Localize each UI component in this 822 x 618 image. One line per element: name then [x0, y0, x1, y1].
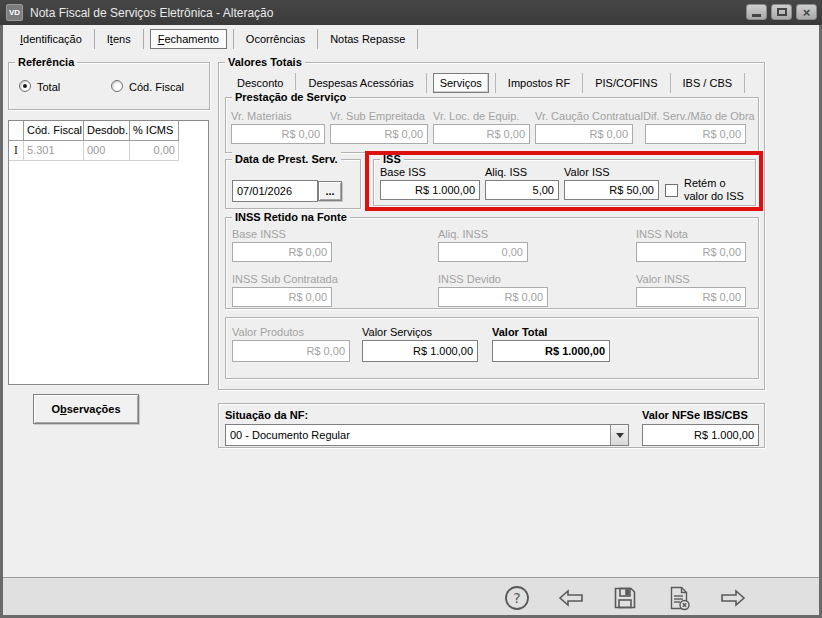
- radio-cod-fiscal[interactable]: [111, 80, 123, 92]
- valor-iss-field[interactable]: R$ 50,00: [564, 180, 659, 200]
- retem-iss-checkbox[interactable]: [665, 184, 678, 197]
- table-row[interactable]: I 5.301 000 0,00: [9, 141, 208, 161]
- group-iss: ISS Base ISS Aliq. ISS Valor ISS R$ 1.00…: [373, 159, 756, 206]
- base-iss-field[interactable]: R$ 1.000,00: [380, 180, 480, 200]
- radio-total-label: Total: [37, 81, 60, 93]
- tab-fechamento[interactable]: Fechamento: [150, 29, 227, 49]
- aliq-iss-label: Aliq. ISS: [485, 166, 527, 178]
- observacoes-button[interactable]: Observações: [33, 394, 139, 424]
- date-picker-button[interactable]: ...: [318, 181, 342, 201]
- previous-button[interactable]: [557, 584, 585, 612]
- inss-devido-label: INSS Devido: [438, 273, 501, 285]
- maximize-button[interactable]: [771, 4, 792, 20]
- valor-iss-label: Valor ISS: [564, 166, 610, 178]
- close-button[interactable]: ×: [796, 4, 817, 20]
- retem-iss-label-line1: Retém o: [684, 177, 726, 189]
- tab-identificacao[interactable]: Identificação: [8, 29, 94, 49]
- subtab-ibs-cbs[interactable]: IBS / CBS: [671, 74, 745, 92]
- subtab-servicos[interactable]: Serviços: [433, 73, 489, 93]
- titlebar: VD Nota Fiscal de Serviços Eletrônica - …: [0, 0, 822, 25]
- window-border-left: [0, 25, 3, 618]
- svg-text:?: ?: [513, 590, 520, 606]
- grid-header-indicator: [9, 121, 24, 141]
- valor-nfse-field[interactable]: R$ 1.000,00: [642, 424, 759, 446]
- radio-total[interactable]: [19, 80, 31, 92]
- group-valores-totais: Valores Totais Desconto Despesas Acessór…: [218, 62, 765, 390]
- vr-materiais-label: Vr. Materiais: [231, 110, 292, 122]
- grid-row-indicator: I: [9, 141, 24, 161]
- inss-sub-contratada-field: R$ 0,00: [232, 287, 332, 307]
- valor-inss-label: Valor INSS: [636, 273, 690, 285]
- inss-devido-field: R$ 0,00: [438, 287, 548, 307]
- base-inss-label: Base INSS: [232, 228, 286, 240]
- items-grid[interactable]: Cód. Fiscal Desdob. % ICMS I 5.301 000 0…: [8, 120, 209, 385]
- save-icon: [611, 584, 639, 612]
- cancel-document-icon: [665, 584, 693, 612]
- save-button[interactable]: [611, 584, 639, 612]
- vr-loc-equip-field: R$ 0,00: [433, 124, 530, 144]
- panel-totais: Valor Produtos Valor Serviços Valor Tota…: [225, 317, 759, 379]
- tab-ocorrencias[interactable]: Ocorrências: [234, 29, 317, 49]
- minimize-button[interactable]: [746, 4, 767, 20]
- retem-iss-label-line2: valor do ISS: [684, 190, 744, 202]
- aliq-iss-field[interactable]: 5,00: [485, 180, 559, 200]
- valor-total-label: Valor Total: [492, 326, 547, 338]
- vr-caucao-contratual-field: R$ 0,00: [535, 124, 633, 144]
- tab-notas-repasse[interactable]: Notas Repasse: [318, 29, 417, 49]
- grid-header-icms: % ICMS: [130, 121, 179, 141]
- bottom-toolbar: [3, 578, 819, 615]
- group-inss: INSS Retido na Fonte Base INSS Aliq. INS…: [225, 217, 759, 309]
- combo-dropdown-button[interactable]: [610, 425, 628, 445]
- group-data-prest-serv: Data de Prest. Serv. 07/01/2026 ...: [225, 159, 361, 209]
- grid-cell-desdob[interactable]: 000: [84, 141, 130, 161]
- tab-separator: [143, 29, 144, 49]
- next-button[interactable]: [719, 584, 747, 612]
- app-window: VD Nota Fiscal de Serviços Eletrônica - …: [0, 0, 822, 618]
- subtab-impostos-rf[interactable]: Impostos RF: [496, 74, 582, 92]
- help-icon: ?: [503, 584, 531, 612]
- group-valores-totais-title: Valores Totais: [225, 55, 305, 69]
- subtab-pis-cofins[interactable]: PIS/COFINS: [583, 74, 669, 92]
- grid-header-desdob: Desdob.: [84, 121, 130, 141]
- base-inss-field: R$ 0,00: [232, 242, 332, 262]
- valor-nfse-label: Valor NFSe IBS/CBS: [642, 409, 748, 421]
- group-referencia: Referência Total Cód. Fiscal: [8, 62, 210, 110]
- radio-cod-fiscal-label: Cód. Fiscal: [129, 81, 184, 93]
- grid-cell-cod-fiscal[interactable]: 5.301: [24, 141, 84, 161]
- window-title: Nota Fiscal de Serviços Eletrônica - Alt…: [30, 6, 273, 20]
- subtab-separator: [426, 73, 427, 93]
- tab-itens[interactable]: Itens: [95, 29, 143, 49]
- subtab-separator: [744, 73, 745, 93]
- group-prestacao-servico: Prestação de Serviço Vr. Materiais Vr. S…: [225, 97, 759, 153]
- grid-cell-icms[interactable]: 0,00: [130, 141, 179, 161]
- valor-servicos-field[interactable]: R$ 1.000,00: [362, 340, 478, 362]
- vr-materiais-field: R$ 0,00: [231, 124, 325, 144]
- cancel-document-button[interactable]: [665, 584, 693, 612]
- inss-nota-field: R$ 0,00: [636, 242, 746, 262]
- vr-loc-equip-label: Vr. Loc. de Equip.: [433, 110, 519, 122]
- arrow-right-icon: [719, 584, 747, 612]
- data-prest-serv-field[interactable]: 07/01/2026: [232, 180, 318, 202]
- group-prestacao-title: Prestação de Serviço: [232, 90, 349, 104]
- tab-separator: [417, 29, 418, 49]
- situacao-nf-combobox[interactable]: 00 - Documento Regular: [225, 424, 629, 446]
- valor-inss-field: R$ 0,00: [636, 287, 746, 307]
- aliq-inss-field: 0,00: [438, 242, 528, 262]
- valor-total-field: R$ 1.000,00: [492, 340, 610, 362]
- vr-sub-empreitada-field: R$ 0,00: [330, 124, 428, 144]
- valor-servicos-label: Valor Serviços: [362, 326, 432, 338]
- vr-sub-empreitada-label: Vr. Sub Empreitada: [330, 110, 425, 122]
- situacao-nf-value: 00 - Documento Regular: [226, 425, 610, 445]
- help-button[interactable]: ?: [503, 584, 531, 612]
- inss-nota-label: INSS Nota: [636, 228, 688, 240]
- group-referencia-title: Referência: [15, 55, 77, 69]
- group-data-prest-title: Data de Prest. Serv.: [232, 152, 341, 166]
- grid-header-row: Cód. Fiscal Desdob. % ICMS: [9, 121, 208, 141]
- close-icon: ×: [803, 6, 811, 19]
- situacao-nf-label: Situação da NF:: [225, 409, 308, 421]
- dif-serv-mao-obra-label: Dif. Serv./Mão de Obra: [643, 110, 755, 122]
- chevron-down-icon: [616, 433, 624, 438]
- main-tabbar: Identificação Itens Fechamento Ocorrênci…: [3, 25, 819, 53]
- grid-header-cod-fiscal: Cód. Fiscal: [24, 121, 84, 141]
- vr-caucao-contratual-label: Vr. Caução Contratual: [535, 110, 643, 122]
